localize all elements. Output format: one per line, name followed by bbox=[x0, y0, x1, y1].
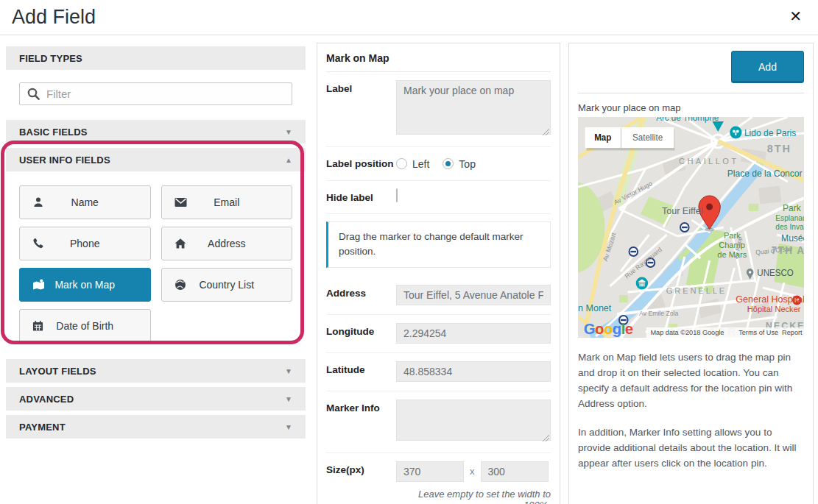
address-row: Address bbox=[326, 277, 551, 315]
hide-label-checkbox[interactable] bbox=[396, 188, 398, 202]
svg-text:8TH: 8TH bbox=[767, 143, 791, 155]
svg-text:n Monet: n Monet bbox=[578, 302, 612, 313]
latitude-title: Latitude bbox=[326, 361, 396, 382]
address-input[interactable] bbox=[396, 285, 551, 305]
label-row: Label Mark your place on map bbox=[326, 72, 551, 147]
chevron-up-icon: ▲ bbox=[285, 156, 292, 164]
accordion-layout-fields[interactable]: LAYOUT FIELDS ▼ bbox=[6, 359, 306, 383]
accordion-payment[interactable]: PAYMENT ▼ bbox=[6, 415, 306, 439]
field-button-date-of-birth[interactable]: Date of Birth bbox=[19, 309, 151, 343]
settings-title: Mark on Map bbox=[326, 43, 551, 72]
longitude-title: Longitude bbox=[326, 323, 396, 344]
marker-note: Drag the marker to change default marker… bbox=[326, 221, 551, 268]
svg-text:7TH AR: 7TH AR bbox=[772, 245, 804, 256]
svg-text:Esplanade: Esplanade bbox=[775, 214, 804, 222]
field-button-email[interactable]: Email bbox=[161, 185, 293, 219]
longitude-row: Longitude bbox=[326, 315, 551, 353]
svg-text:Arc de Triomphe: Arc de Triomphe bbox=[656, 117, 719, 122]
field-button-country-list[interactable]: Country List bbox=[161, 268, 293, 302]
svg-text:Musée M: Musée M bbox=[781, 233, 804, 244]
marker-info-textarea[interactable] bbox=[396, 400, 551, 441]
size-width-input[interactable] bbox=[396, 461, 464, 482]
page-title: Add Field bbox=[12, 6, 96, 29]
radio-left-dot[interactable] bbox=[396, 158, 407, 169]
map-preview[interactable]: H Arc de Triomphe Lido de Paris 8TH CHAI… bbox=[578, 117, 804, 338]
size-separator: x bbox=[470, 466, 475, 477]
svg-text:Satellite[interactable]: Satellite bbox=[632, 132, 663, 142]
size-hint: Leave empty to set the width to 100%. bbox=[396, 489, 551, 504]
search-icon bbox=[27, 87, 40, 104]
field-button-mark-on-map[interactable]: Mark on Map bbox=[19, 268, 151, 302]
accordion-basic-fields[interactable]: BASIC FIELDS ▼ bbox=[6, 120, 306, 143]
address-title: Address bbox=[326, 285, 396, 305]
label-position-title: Label position bbox=[326, 155, 396, 171]
accordion-advanced[interactable]: ADVANCED ▼ bbox=[6, 387, 306, 411]
size-row: Size(px) x Leave empty to set the width … bbox=[326, 453, 551, 504]
calendar-icon bbox=[32, 321, 43, 332]
field-settings-panel: Mark on Map Label Mark your place on map… bbox=[317, 43, 560, 504]
svg-text:UNESCO: UNESCO bbox=[757, 268, 794, 277]
description-paragraph-1: Mark on Map field lets users to drag the… bbox=[578, 350, 804, 412]
add-row: Add bbox=[578, 51, 804, 93]
chevron-down-icon: ▼ bbox=[285, 367, 292, 375]
marker-info-row: Marker Info bbox=[326, 391, 551, 453]
preview-field-label: Mark your place on map bbox=[578, 102, 804, 113]
marker-info-title: Marker Info bbox=[326, 400, 396, 444]
field-types-sidebar: FIELD TYPES BASIC FIELDS ▼ USER INFO FIE… bbox=[6, 43, 306, 439]
field-preview-panel: Add Mark your place on map bbox=[568, 43, 814, 504]
svg-text:CHAILLOT: CHAILLOT bbox=[679, 157, 738, 166]
hide-label-row: Hide label bbox=[326, 181, 551, 215]
chevron-down-icon: ▼ bbox=[285, 423, 292, 431]
label-textarea[interactable]: Mark your place on map bbox=[396, 80, 551, 135]
longitude-input[interactable] bbox=[396, 323, 551, 344]
google-logo: Google bbox=[584, 320, 633, 337]
label-row-title: Label bbox=[326, 80, 396, 138]
accordion-user-info-fields[interactable]: USER INFO FIELDS ▲ bbox=[6, 148, 306, 171]
user-icon bbox=[32, 196, 44, 208]
label-position-row: Label position Left Top bbox=[326, 147, 551, 181]
svg-text:Map data ©2018 Google: Map data ©2018 Google bbox=[650, 329, 724, 336]
field-description: Mark on Map field lets users to drag the… bbox=[578, 350, 804, 471]
svg-text:Lido de Paris: Lido de Paris bbox=[744, 128, 796, 138]
svg-text:Place de la Concor: Place de la Concor bbox=[727, 168, 803, 179]
user-info-fields-body: Name Email Phone Address bbox=[6, 171, 306, 352]
report-link[interactable]: Report a bbox=[782, 329, 804, 336]
field-button-phone[interactable]: Phone bbox=[19, 227, 151, 260]
svg-text:General Hospital: General Hospital bbox=[736, 294, 804, 305]
close-icon[interactable]: ✕ bbox=[789, 9, 802, 24]
map-marker-icon bbox=[32, 279, 45, 291]
svg-text:Park: Park bbox=[783, 203, 802, 213]
lido-marker-icon bbox=[730, 127, 741, 139]
field-types-header: FIELD TYPES bbox=[6, 46, 306, 70]
latitude-input[interactable] bbox=[396, 361, 551, 382]
phone-icon bbox=[32, 238, 43, 249]
globe-icon bbox=[174, 279, 186, 291]
modal-header: Add Field ✕ bbox=[0, 0, 818, 35]
field-button-address[interactable]: Address bbox=[161, 227, 293, 260]
hide-label-title: Hide label bbox=[326, 189, 396, 205]
latitude-row: Latitude bbox=[326, 353, 551, 391]
chevron-down-icon: ▼ bbox=[285, 128, 292, 136]
add-button[interactable]: Add bbox=[731, 51, 804, 83]
svg-text:Av Emile Zola: Av Emile Zola bbox=[639, 310, 678, 317]
svg-text:Map[interactable]: Map bbox=[594, 132, 611, 142]
envelope-icon bbox=[174, 197, 187, 207]
filter-input[interactable] bbox=[19, 82, 292, 105]
home-icon bbox=[174, 238, 186, 249]
svg-text:des Invalide: des Invalide bbox=[775, 223, 804, 231]
filter-wrap bbox=[19, 82, 292, 105]
size-height-input[interactable] bbox=[481, 461, 549, 482]
svg-text:Tour Eiffel: Tour Eiffel bbox=[662, 205, 703, 216]
museum-marker-icon bbox=[636, 277, 648, 290]
size-title: Size(px) bbox=[326, 461, 396, 504]
chevron-down-icon: ▼ bbox=[285, 395, 292, 403]
radio-left[interactable]: Left bbox=[396, 158, 429, 170]
radio-top-dot[interactable] bbox=[443, 158, 454, 169]
terms-of-use-link[interactable]: Terms of Use bbox=[738, 329, 778, 336]
svg-text:GRENELLE: GRENELLE bbox=[666, 286, 727, 295]
description-paragraph-2: In addition, Marker Info setting allows … bbox=[578, 425, 804, 472]
map-type-control: Map Satellite bbox=[585, 127, 675, 151]
radio-top[interactable]: Top bbox=[443, 158, 476, 170]
svg-text:Hôpital Necker: Hôpital Necker bbox=[747, 305, 801, 313]
field-button-name[interactable]: Name bbox=[19, 185, 151, 219]
